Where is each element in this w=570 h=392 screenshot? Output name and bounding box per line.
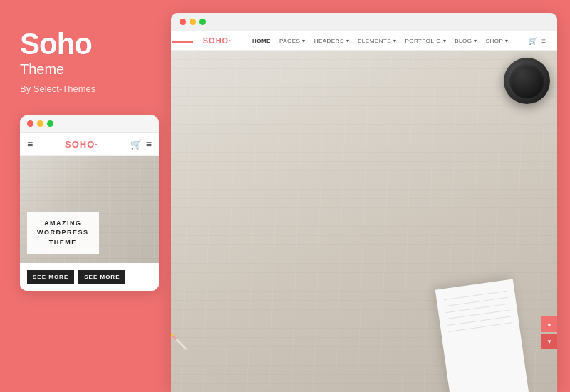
mobile-hero-image: AMAZING WORDPRESS THEME <box>20 156 159 263</box>
notebook-lines <box>435 279 521 344</box>
desktop-hamburger-icon: ≡ <box>542 37 546 45</box>
see-more-button-1[interactable]: SEE MORE <box>27 270 74 284</box>
menu-item-portfolio[interactable]: PORTFOLIO ▾ <box>405 38 446 44</box>
desktop-nav-bar: SOHO· HOME PAGES ▾ HEADERS ▾ ELEMENTS ▾ … <box>171 31 557 51</box>
menu-item-blog[interactable]: BLOG ▾ <box>455 38 477 44</box>
side-action-icons: ● ▼ <box>542 316 557 349</box>
mobile-mockup: ≡ SOHO· 🛒 ≡ AMAZING WORDPRESS THEME SEE … <box>20 115 159 291</box>
side-icon-1: ● <box>548 321 551 328</box>
desktop-logo-text: SOHO· <box>203 36 232 45</box>
mobile-nav-icons: 🛒 ≡ <box>130 138 152 150</box>
red-accent-bar <box>172 41 193 43</box>
desktop-menu: HOME PAGES ▾ HEADERS ▾ ELEMENTS ▾ PORTFO… <box>252 38 508 44</box>
dot-red <box>27 120 33 127</box>
left-panel: Soho Theme By Select-Themes ≡ SOHO· 🛒 ≡ … <box>0 0 171 392</box>
cart-icon: 🛒 <box>130 139 142 150</box>
side-icon-2: ▼ <box>546 339 552 345</box>
mobile-buttons-row: SEE MORE SEE MORE <box>20 263 159 291</box>
dot-yellow <box>37 120 43 127</box>
side-icon-button-2[interactable]: ▼ <box>542 334 557 349</box>
menu-item-elements[interactable]: ELEMENTS ▾ <box>358 38 396 44</box>
desktop-cart-icon: 🛒 <box>529 37 537 45</box>
menu-icon: ≡ <box>146 138 152 150</box>
lens-inner <box>509 63 544 98</box>
mobile-logo-accent: HO· <box>80 139 98 150</box>
desktop-hero-area: ● ▼ <box>171 51 557 392</box>
side-icon-button-1[interactable]: ● <box>542 316 557 332</box>
see-more-button-2[interactable]: SEE MORE <box>78 270 125 284</box>
menu-item-shop[interactable]: SHOP ▾ <box>486 38 509 44</box>
mobile-content-overlay: AMAZING WORDPRESS THEME <box>27 212 99 255</box>
desktop-dot-red <box>180 19 186 25</box>
notebook-decoration <box>435 279 529 392</box>
desktop-nav-icons: 🛒 ≡ <box>529 37 546 45</box>
theme-subtitle: Theme <box>20 61 151 78</box>
mobile-nav-bar: ≡ SOHO· 🛒 ≡ <box>20 133 159 156</box>
desktop-logo: SOHO· <box>203 36 232 45</box>
mobile-logo-text: SO <box>65 139 80 150</box>
mockup-chrome-bar <box>20 115 159 133</box>
menu-item-pages[interactable]: PAGES ▾ <box>279 38 306 44</box>
menu-item-home[interactable]: HOME <box>252 38 271 44</box>
mobile-headline: AMAZING WORDPRESS THEME <box>37 219 89 248</box>
menu-item-headers[interactable]: HEADERS ▾ <box>314 38 349 44</box>
hamburger-icon: ≡ <box>27 138 33 150</box>
desktop-dot-yellow <box>190 19 196 25</box>
desktop-dot-green <box>200 19 206 25</box>
mobile-logo: SOHO· <box>65 139 98 150</box>
theme-by: By Select-Themes <box>20 83 151 94</box>
dot-green <box>47 120 53 127</box>
theme-title: Soho <box>20 29 151 60</box>
desktop-mockup: SOHO· HOME PAGES ▾ HEADERS ▾ ELEMENTS ▾ … <box>171 13 557 392</box>
desktop-chrome-bar <box>171 13 557 31</box>
camera-lens-decoration <box>504 58 550 104</box>
